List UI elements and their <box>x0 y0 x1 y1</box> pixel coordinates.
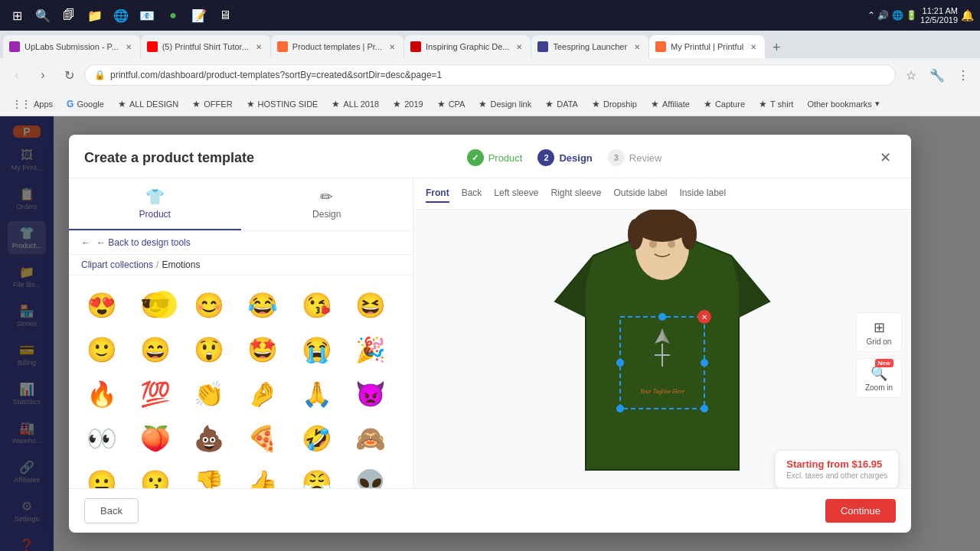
emoji-item[interactable]: 😊 <box>188 285 230 326</box>
word-icon[interactable]: 📝 <box>188 5 210 26</box>
bookmark-data[interactable]: ★ DATA <box>539 97 584 111</box>
bookmark-google[interactable]: G Google <box>60 97 110 111</box>
emoji-item[interactable]: 👿 <box>350 373 391 415</box>
browser-icon[interactable]: 🌐 <box>110 5 132 26</box>
emoji-item[interactable]: 😗 <box>135 462 176 488</box>
search-button[interactable]: 🔍 <box>32 5 54 26</box>
bookmark-tshirt[interactable]: ★ T shirt <box>753 97 799 111</box>
tab-myprintful[interactable]: My Printful | Printful ✕ <box>649 35 765 58</box>
panel-tab-design[interactable]: ✏ Design <box>241 178 413 230</box>
back-button[interactable]: Back <box>84 498 139 523</box>
emoji-item[interactable]: 👽 <box>350 462 391 488</box>
tab-close-button[interactable]: ✕ <box>632 41 642 52</box>
back-button[interactable]: ‹ <box>6 64 28 86</box>
bookmark-designlink[interactable]: ★ Design link <box>472 97 537 111</box>
tab-close-button[interactable]: ✕ <box>514 41 524 52</box>
emoji-item[interactable]: 👎 <box>188 462 230 488</box>
monitor-icon[interactable]: 🖥 <box>214 5 236 26</box>
bookmark-2019[interactable]: ★ 2019 <box>387 97 429 111</box>
emoji-item[interactable]: 🔥 <box>81 373 122 415</box>
emoji-item[interactable]: 🙂 <box>81 329 122 370</box>
bookmark-dropship[interactable]: ★ Dropship <box>586 97 643 111</box>
tab-close-button[interactable]: ✕ <box>748 41 759 52</box>
menu-button[interactable]: ⋮ <box>952 64 974 86</box>
grid-on-button[interactable]: ⊞ Grid on <box>856 312 902 352</box>
email-icon[interactable]: 📧 <box>136 5 158 26</box>
star-icon: ★ <box>332 99 340 109</box>
emoji-item[interactable]: 😘 <box>296 285 338 326</box>
tab-close-button[interactable]: ✕ <box>387 41 397 52</box>
tab-uplabs[interactable]: UpLabs Submission - P... ✕ <box>3 35 140 58</box>
notification-icon[interactable]: 🔔 <box>961 9 974 21</box>
emoji-item[interactable]: 😍 <box>81 285 122 326</box>
emoji-item[interactable]: 🤣 <box>296 418 338 459</box>
forward-button[interactable]: › <box>32 64 54 86</box>
chrome-icon[interactable]: ● <box>162 5 184 26</box>
zoom-in-button[interactable]: 🔍 New Zoom in <box>856 358 902 398</box>
tab-inspiring[interactable]: Inspiring Graphic De... ✕ <box>404 35 531 58</box>
emoji-item[interactable]: 🤩 <box>242 329 283 370</box>
emoji-item[interactable]: 😲 <box>188 329 230 370</box>
bookmark-capture[interactable]: ★ Capture <box>697 97 751 111</box>
preview-tab-front[interactable]: Front <box>426 184 449 203</box>
preview-tab-outside-label[interactable]: Outside label <box>613 184 667 203</box>
bookmark-all2018[interactable]: ★ ALL 2018 <box>325 97 385 111</box>
tab-printful-tutorial[interactable]: (5) Printful Shirt Tutor... ✕ <box>141 35 270 58</box>
bookmark-label: HOSTING SIDE <box>258 99 318 109</box>
bookmark-alldesign[interactable]: ★ ALL DESIGN <box>112 97 185 111</box>
preview-tab-back[interactable]: Back <box>462 184 482 203</box>
tab-close-button[interactable]: ✕ <box>253 41 264 52</box>
tray-icons: ⌃ 🔊 🌐 🔋 <box>867 10 917 21</box>
continue-button[interactable]: Continue <box>825 499 896 523</box>
emoji-item[interactable]: 🍑 <box>135 418 176 459</box>
modal-header: Create a product template ✓ Product 2 De… <box>69 135 911 178</box>
bookmark-apps[interactable]: ⋮⋮ Apps <box>6 97 59 111</box>
emoji-item[interactable]: 🙏 <box>296 373 338 415</box>
emoji-item[interactable]: 💯 <box>135 373 176 415</box>
emoji-item[interactable]: 🎉 <box>350 329 391 370</box>
taskview-button[interactable]: 🗐 <box>58 5 80 26</box>
bookmark-offer[interactable]: ★ OFFER <box>186 97 238 111</box>
explorer-icon[interactable]: 📁 <box>84 5 106 26</box>
start-button[interactable]: ⊞ <box>6 5 28 26</box>
modal-close-button[interactable]: ✕ <box>874 147 896 168</box>
extensions-button[interactable]: 🔧 <box>926 64 948 86</box>
back-to-design-link[interactable]: ← ← Back to design tools <box>69 231 413 255</box>
emoji-item[interactable]: 😆 <box>350 285 391 326</box>
emoji-item[interactable]: 👏 <box>188 373 230 415</box>
emoji-item[interactable]: 😤 <box>296 462 338 488</box>
emoji-item[interactable]: 🍕 <box>242 418 283 459</box>
bookmark-hosting[interactable]: ★ HOSTING SIDE <box>240 97 325 111</box>
emoji-item[interactable]: 🤌 <box>242 373 283 415</box>
preview-area: ✕ <box>413 210 911 488</box>
emoji-item[interactable]: 😄 <box>135 329 176 370</box>
bookmark-affiliate[interactable]: ★ Affiliate <box>645 97 696 111</box>
bookmark-cpa[interactable]: ★ CPA <box>431 97 472 111</box>
address-bar[interactable]: 🔒 printful.com/dashboard/product-templat… <box>84 64 896 86</box>
new-tab-button[interactable]: + <box>766 37 787 58</box>
emoji-item[interactable]: 👍 <box>242 462 283 488</box>
preview-tab-inside-label[interactable]: Inside label <box>679 184 726 203</box>
emoji-item[interactable]: 😭 <box>296 329 338 370</box>
svg-point-4 <box>616 405 624 412</box>
bookmark-star[interactable]: ☆ <box>900 64 922 86</box>
reload-button[interactable]: ↻ <box>58 64 80 86</box>
emoji-item[interactable]: 💩 <box>188 418 230 459</box>
emoji-item[interactable]: 😎 <box>135 285 176 326</box>
preview-tab-right-sleeve[interactable]: Right sleeve <box>550 184 601 203</box>
panel-tab-product[interactable]: 👕 Product <box>69 178 241 230</box>
star-icon: ★ <box>479 99 487 109</box>
tab-close-button[interactable]: ✕ <box>123 41 134 52</box>
tab-teespring[interactable]: Teespring Launcher ✕ <box>531 35 648 58</box>
breadcrumb-parent-link[interactable]: Clipart collections <box>81 259 153 270</box>
tab-favicon <box>277 41 288 52</box>
panel-tab-label: Design <box>312 209 341 220</box>
emoji-item[interactable]: 😂 <box>242 285 283 326</box>
preview-tab-left-sleeve[interactable]: Left sleeve <box>494 184 538 203</box>
tab-product-templates[interactable]: Product templates | Pr... ✕ <box>271 35 403 58</box>
emoji-item[interactable]: 😐 <box>81 462 122 488</box>
bookmark-other[interactable]: Other bookmarks ▾ <box>801 97 885 110</box>
emoji-item[interactable]: 👀 <box>81 418 122 459</box>
star-icon: ★ <box>192 99 201 109</box>
emoji-item[interactable]: 🙈 <box>350 418 391 459</box>
